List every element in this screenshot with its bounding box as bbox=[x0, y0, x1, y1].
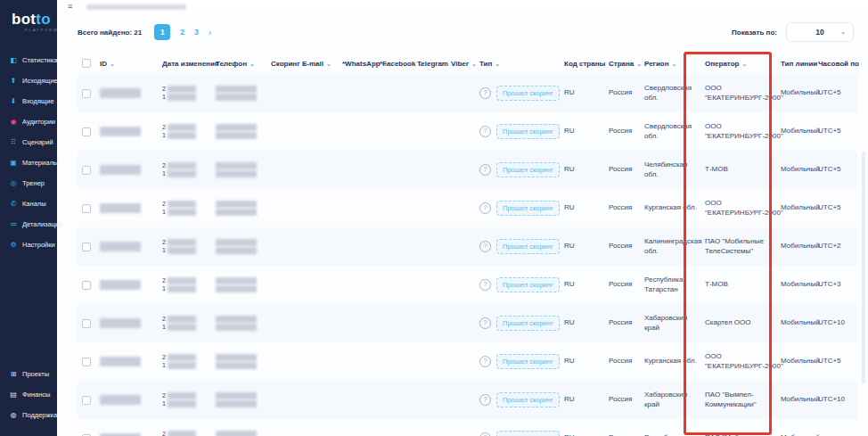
sidebar: botto platform ◧Статистика⬆Исходящие⬇Вхо… bbox=[0, 0, 57, 436]
sort-chevron-icon[interactable]: ⌄ bbox=[471, 61, 477, 67]
scoring-passed-badge: Прошел скоринг bbox=[496, 277, 560, 293]
country-code-cell: RU bbox=[564, 127, 609, 136]
redacted-date bbox=[168, 431, 196, 436]
scoring-passed-badge: Прошел скоринг bbox=[496, 239, 560, 255]
date-fragment: 2 bbox=[162, 162, 166, 169]
column-header-label: Страна bbox=[609, 60, 634, 68]
sort-chevron-icon[interactable]: ⌄ bbox=[495, 61, 500, 67]
redacted-id bbox=[100, 127, 141, 136]
redacted-date bbox=[168, 124, 196, 131]
redacted-phone bbox=[216, 400, 257, 407]
help-icon[interactable]: ? bbox=[479, 126, 491, 137]
line-type-cell: Мобильный bbox=[781, 88, 818, 97]
column-header-9[interactable]: Viber⌄ bbox=[451, 60, 479, 68]
redacted-id bbox=[100, 280, 141, 290]
column-header-10[interactable]: Тип⌄ bbox=[479, 60, 564, 68]
column-header-12[interactable]: Страна⌄ bbox=[609, 60, 644, 68]
column-header-16[interactable]: Часовой по bbox=[818, 60, 867, 68]
sidebar-item-support[interactable]: ◍Поддержка bbox=[0, 405, 57, 425]
sort-chevron-icon[interactable]: ⌄ bbox=[741, 61, 747, 67]
date-fragment: 1 bbox=[162, 324, 166, 331]
help-icon[interactable]: ? bbox=[479, 202, 491, 214]
sidebar-item-finance[interactable]: ▤Финансы bbox=[0, 384, 57, 405]
id-cell bbox=[100, 280, 162, 290]
page-button-2[interactable]: 2 bbox=[180, 28, 184, 37]
row-checkbox[interactable] bbox=[82, 243, 91, 251]
date-fragment: 2 bbox=[162, 239, 166, 246]
type-cell: ?Прошел скоринг bbox=[479, 86, 564, 102]
hamburger-icon[interactable]: ≡ bbox=[68, 3, 72, 11]
help-icon[interactable]: ? bbox=[479, 317, 491, 329]
row-checkbox[interactable] bbox=[82, 358, 91, 366]
select-all-checkbox[interactable] bbox=[82, 59, 91, 68]
column-header-label: Дата изменения bbox=[162, 60, 219, 68]
page-size-select[interactable]: 10 ⌄ bbox=[786, 22, 854, 42]
help-icon[interactable]: ? bbox=[479, 356, 491, 367]
column-header-15[interactable]: Тип линии bbox=[781, 60, 818, 68]
redacted-phone bbox=[216, 94, 257, 101]
chevron-right-icon[interactable]: › bbox=[209, 28, 211, 37]
sidebar-item-details[interactable]: ≔Детализация bbox=[0, 214, 57, 234]
sidebar-item-statistics[interactable]: ◧Статистика bbox=[0, 50, 57, 70]
sidebar-item-audiences[interactable]: ◉Аудитории bbox=[0, 111, 57, 132]
help-icon[interactable]: ? bbox=[479, 87, 491, 99]
sidebar-item-channels[interactable]: ✆Каналы bbox=[0, 193, 57, 214]
column-header-6[interactable]: *WhatsApp⌄ bbox=[342, 60, 380, 68]
row-checkbox[interactable] bbox=[82, 319, 91, 328]
help-icon[interactable]: ? bbox=[479, 394, 491, 406]
page-button-3[interactable]: 3 bbox=[194, 28, 199, 37]
sort-chevron-icon[interactable]: ⌄ bbox=[672, 61, 677, 67]
row-checkbox[interactable] bbox=[82, 128, 91, 136]
sidebar-item-scenario[interactable]: ⠿Сценарий bbox=[0, 132, 57, 152]
table-row: 21?Прошел скорингRUРоссияКалининградская… bbox=[78, 227, 857, 266]
sort-chevron-icon[interactable]: ⌄ bbox=[110, 61, 115, 67]
sidebar-item-trainer[interactable]: ◎Тренер bbox=[0, 173, 57, 193]
row-checkbox[interactable] bbox=[82, 281, 91, 290]
help-icon[interactable]: ? bbox=[479, 279, 491, 291]
date-line: 1 bbox=[162, 247, 212, 254]
sidebar-item-label: Материалы bbox=[22, 159, 58, 167]
redacted-id bbox=[100, 88, 141, 98]
date-fragment: 2 bbox=[162, 316, 166, 323]
column-header-5[interactable]: E-mail⌄ bbox=[302, 60, 342, 68]
row-checkbox[interactable] bbox=[82, 166, 91, 175]
row-checkbox[interactable] bbox=[82, 204, 91, 213]
sort-chevron-icon[interactable]: ⌄ bbox=[326, 61, 332, 67]
help-icon[interactable]: ? bbox=[479, 432, 491, 436]
sidebar-item-outgoing[interactable]: ⬆Исходящие bbox=[0, 70, 57, 91]
column-header-label: E-mail bbox=[302, 60, 323, 68]
help-icon[interactable]: ? bbox=[479, 241, 491, 252]
date-fragment: 1 bbox=[162, 209, 166, 216]
column-header-8[interactable]: Telegram⌄ bbox=[417, 60, 451, 68]
sort-chevron-icon[interactable]: ⌄ bbox=[636, 61, 642, 67]
date-fragment: 1 bbox=[162, 94, 166, 101]
column-header-label: Тип bbox=[479, 60, 492, 68]
sidebar-item-settings[interactable]: ⚙Настройки bbox=[0, 234, 57, 255]
redacted-phone bbox=[216, 285, 257, 292]
row-checkbox[interactable] bbox=[82, 89, 91, 98]
page-button-1[interactable]: 1 bbox=[154, 24, 170, 40]
column-header-1[interactable]: ID⌄ bbox=[100, 60, 162, 68]
sort-chevron-icon[interactable]: ⌄ bbox=[250, 61, 255, 67]
support-icon: ◍ bbox=[9, 412, 18, 419]
timezone-cell: UTC+5 bbox=[818, 127, 867, 136]
sidebar-item-materials[interactable]: ▣Материалы bbox=[0, 152, 57, 173]
sidebar-item-incoming[interactable]: ⬇Входящие bbox=[0, 91, 57, 111]
column-header-14[interactable]: Оператор⌄ bbox=[705, 60, 781, 68]
column-header-11[interactable]: Код страны⌄ bbox=[564, 60, 609, 68]
scrollbar[interactable] bbox=[862, 152, 865, 383]
scoring-passed-badge: Прошел скоринг bbox=[496, 316, 560, 332]
country-code-cell: RU bbox=[564, 203, 609, 212]
column-header-4[interactable]: Скоринг⌄ bbox=[271, 60, 302, 68]
column-header-7[interactable]: *Facebook⌄ bbox=[380, 60, 417, 68]
operator-cell: ООО "ЕКАТЕРИНБУРГ-2000" bbox=[705, 122, 781, 141]
redacted-phone bbox=[216, 247, 257, 254]
column-header-13[interactable]: Регион⌄ bbox=[644, 60, 705, 68]
column-header-3[interactable]: Телефон⌄ bbox=[216, 60, 271, 68]
type-cell: ?Прошел скоринг bbox=[479, 354, 564, 370]
date-cell: 21 bbox=[162, 431, 216, 436]
sidebar-item-projects[interactable]: ⊞Проекты bbox=[0, 364, 57, 384]
help-icon[interactable]: ? bbox=[479, 164, 491, 176]
row-checkbox[interactable] bbox=[82, 396, 91, 405]
column-header-2[interactable]: Дата изменения⌄ bbox=[162, 60, 216, 68]
